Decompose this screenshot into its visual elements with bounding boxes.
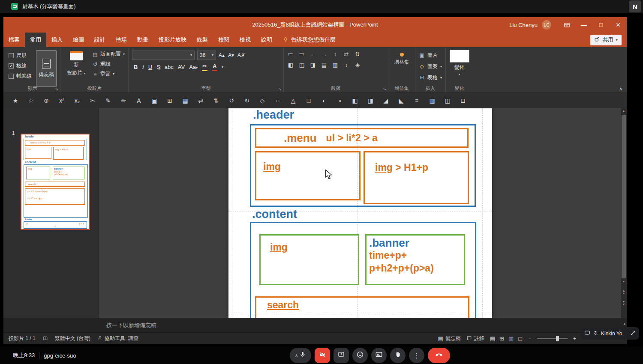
minimize-button[interactable]: — xyxy=(575,17,592,33)
pen-icon[interactable]: ✏ xyxy=(116,97,131,104)
tab-review[interactable]: 校閱 xyxy=(213,33,234,47)
reset-button[interactable]: ↺ 重設 xyxy=(92,59,125,69)
guides-checkbox[interactable]: 輔助線 xyxy=(9,72,32,80)
corner-br-icon[interactable]: ◢ xyxy=(378,97,394,104)
increase-indent-icon[interactable]: → xyxy=(321,51,328,57)
section-button[interactable]: ≡ 章節 ▾ xyxy=(92,69,125,79)
text-shadow-button[interactable]: S xyxy=(156,64,160,70)
avatar[interactable]: LC xyxy=(542,20,551,30)
scroll-up-icon[interactable]: ▴ xyxy=(621,109,627,113)
arrange-icon[interactable]: ▥ xyxy=(424,97,440,104)
slide[interactable]: .header .menu ul > li*2 > a img img > H1… xyxy=(228,108,492,318)
menu-wire-box[interactable]: .menu ul > li*2 > a xyxy=(255,128,469,148)
justify-icon[interactable]: ▤ xyxy=(321,62,328,68)
shape-square-icon[interactable]: □ xyxy=(301,97,316,104)
shape-diamond-icon[interactable]: ◇ xyxy=(255,97,270,104)
tray-app-icon[interactable]: N xyxy=(629,0,641,12)
lines-icon[interactable]: ≡ xyxy=(409,97,424,104)
participant-overlay[interactable]: Kinkin Yo xyxy=(581,327,639,340)
tab-help[interactable]: 說明 xyxy=(256,33,277,47)
smartart-convert-icon[interactable]: ◈ xyxy=(354,62,361,68)
notes-toggle-button[interactable]: 備忘稿 xyxy=(36,50,57,87)
present-button[interactable] xyxy=(334,348,349,363)
font-size-combo[interactable]: 36▾ xyxy=(197,51,216,60)
comments-button[interactable]: 註解 xyxy=(466,335,484,342)
tab-slideshow[interactable]: 投影片放映 xyxy=(153,33,192,47)
font-name-combo[interactable]: ▾ xyxy=(132,51,195,60)
numbering-icon[interactable]: ≕ xyxy=(298,51,305,57)
insert-table-button[interactable]: ⊞ 表格 ▾ xyxy=(419,73,442,82)
captions-button[interactable] xyxy=(371,348,387,363)
zoom-tool-icon[interactable]: ⊕ xyxy=(39,97,54,104)
strikethrough-button[interactable]: abc xyxy=(165,64,174,70)
fill-right-icon[interactable]: ◑ xyxy=(332,97,347,104)
decrease-font-icon[interactable]: A▾ xyxy=(228,52,234,58)
cells-icon[interactable]: ▦ xyxy=(177,97,193,104)
vertical-scrollbar[interactable]: ▴ ▾ ▴▴ ▾▾ xyxy=(621,108,627,318)
banner-wire-box[interactable]: .banner time+p+ p+h2+p+(p>a) xyxy=(365,234,465,285)
align-left-icon[interactable]: ◧ xyxy=(287,62,294,68)
tab-record[interactable]: 錄製 xyxy=(192,33,213,47)
spell-check-icon[interactable] xyxy=(42,336,48,341)
next-slide-button[interactable]: ▾▾ xyxy=(621,301,627,306)
tab-view[interactable]: 檢視 xyxy=(234,33,256,47)
italic-button[interactable]: I xyxy=(142,64,144,71)
camera-off-button[interactable] xyxy=(315,348,330,363)
superscript-icon[interactable]: x² xyxy=(54,97,69,104)
swap-vertical-icon[interactable]: ⇅ xyxy=(208,97,224,104)
variants-button[interactable]: 變化 xyxy=(454,64,465,71)
reactions-button[interactable] xyxy=(352,348,368,363)
notes-button[interactable]: ▤ 備忘稿 xyxy=(438,335,460,342)
text-box-icon[interactable]: ▣ xyxy=(147,97,162,104)
new-slide-button[interactable]: 新 投影片 ▾ xyxy=(64,49,89,85)
shade-right-icon[interactable]: ◨ xyxy=(363,97,378,104)
tab-animations[interactable]: 動畫 xyxy=(132,33,153,47)
ruler-checkbox[interactable]: 尺規 xyxy=(9,52,32,59)
tab-insert[interactable]: 插入 xyxy=(46,33,68,47)
clear-formatting-icon[interactable]: A✗ xyxy=(237,52,245,58)
font-color-button[interactable]: A xyxy=(212,63,217,71)
layout-button[interactable]: ▤ 版面配置 ▾ xyxy=(92,49,125,59)
fill-left-icon[interactable]: ◐ xyxy=(316,97,332,104)
tab-home[interactable]: 常用 xyxy=(25,33,46,47)
redo-icon[interactable]: ↻ xyxy=(239,97,255,104)
highlight-color-button[interactable]: ✏ xyxy=(202,63,207,71)
align-text-icon[interactable]: ⇅ xyxy=(354,51,361,57)
zoom-slider[interactable] xyxy=(537,338,568,339)
chevron-up-icon[interactable]: ∧ xyxy=(295,353,298,358)
img-h1p-wire-box[interactable]: img > H1+p xyxy=(364,151,469,204)
notes-pane[interactable]: 按一下以新增備忘稿 ▴ xyxy=(3,318,627,332)
dialog-launcher-icon[interactable]: ↘ xyxy=(278,87,282,91)
header-section-label[interactable]: .header xyxy=(253,108,294,122)
img-wire-box[interactable]: img xyxy=(255,151,361,200)
bold-button[interactable]: B xyxy=(134,64,138,70)
cut-icon[interactable]: ✂ xyxy=(85,97,100,104)
shape-circle-icon[interactable]: ○ xyxy=(270,97,285,104)
dialog-launcher-icon[interactable]: ↘ xyxy=(383,87,386,91)
format-painter-icon[interactable]: ✎ xyxy=(100,97,116,104)
change-case-button[interactable]: Aa▾ xyxy=(189,64,198,70)
slide-sorter-icon[interactable]: ⊞ xyxy=(499,335,504,342)
scroll-down-icon[interactable]: ▾ xyxy=(621,280,627,283)
raise-hand-button[interactable] xyxy=(390,348,406,363)
expand-icon[interactable] xyxy=(630,330,636,337)
header-wire-box[interactable]: .menu ul > li*2 > a img img > H1+p xyxy=(250,124,476,207)
shade-left-icon[interactable]: ◧ xyxy=(347,97,363,104)
restore-button[interactable]: □ xyxy=(592,17,610,33)
microphone-button[interactable]: ∧ xyxy=(290,348,311,363)
previous-slide-button[interactable]: ▴▴ xyxy=(621,289,627,295)
zoom-out-button[interactable]: − xyxy=(528,336,531,342)
language-indicator[interactable]: 繁體中文 (台灣) xyxy=(55,335,90,342)
grid-icon[interactable]: ⊡ xyxy=(455,97,471,104)
insert-shapes-button[interactable]: ◇ 圖案 ▾ xyxy=(419,62,442,71)
undo-icon[interactable]: ↺ xyxy=(224,97,239,104)
addins-button[interactable]: 增益集 xyxy=(392,49,412,65)
variant-swatch[interactable] xyxy=(450,50,469,63)
font-tool-icon[interactable]: A xyxy=(131,97,147,104)
leave-call-button[interactable] xyxy=(428,348,450,363)
underline-button[interactable]: U xyxy=(148,64,152,70)
tab-design[interactable]: 設計 xyxy=(89,33,111,47)
bullets-icon[interactable]: ≔ xyxy=(287,51,294,57)
vertical-align-icon[interactable]: ↕ xyxy=(343,62,350,68)
corner-bl-icon[interactable]: ◣ xyxy=(394,97,409,104)
